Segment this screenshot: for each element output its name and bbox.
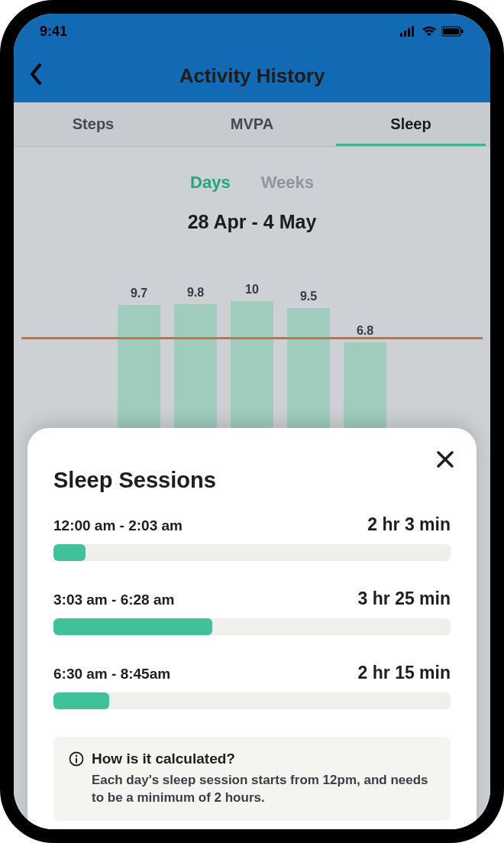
session-progress-fill <box>53 618 212 635</box>
sleep-bar-chart: 9.79.8109.56.8 <box>29 253 475 429</box>
bar-value-label: 6.8 <box>357 324 373 338</box>
bar-fill <box>118 305 160 429</box>
svg-rect-2 <box>408 28 410 37</box>
session-time: 3:03 am - 6:28 am <box>53 592 174 608</box>
session-header: 6:30 am - 8:45am2 hr 15 min <box>53 663 451 683</box>
svg-rect-5 <box>443 28 459 34</box>
svg-rect-3 <box>412 26 414 37</box>
session-duration: 2 hr 3 min <box>367 514 451 535</box>
session-header: 3:03 am - 6:28 am3 hr 25 min <box>53 588 451 609</box>
close-icon <box>435 449 455 469</box>
page-title: Activity History <box>179 64 325 88</box>
session-progress <box>53 692 451 709</box>
session-time: 12:00 am - 2:03 am <box>53 517 183 534</box>
info-box: How is it calculated? Each day's sleep s… <box>53 737 451 821</box>
info-icon <box>69 751 84 767</box>
bar-value-label: 9.7 <box>131 287 147 300</box>
session-duration: 2 hr 15 min <box>358 663 451 683</box>
battery-icon <box>441 26 464 37</box>
svg-rect-1 <box>404 31 406 37</box>
sleep-session: 12:00 am - 2:03 am2 hr 3 min <box>53 514 451 561</box>
session-progress-fill <box>53 692 109 709</box>
sleep-sessions-sheet: Sleep Sessions 12:00 am - 2:03 am2 hr 3 … <box>27 428 477 829</box>
period-weeks[interactable]: Weeks <box>261 173 314 193</box>
tab-sleep[interactable]: Sleep <box>331 102 490 146</box>
chart-bar[interactable]: 9.7 <box>118 287 160 429</box>
session-time: 6:30 am - 8:45am <box>53 666 170 683</box>
session-header: 12:00 am - 2:03 am2 hr 3 min <box>53 514 451 535</box>
session-progress <box>53 544 451 561</box>
wifi-icon <box>422 26 437 37</box>
metric-tabs: Steps MVPA Sleep <box>14 102 490 147</box>
close-button[interactable] <box>435 449 455 472</box>
status-time: 9:41 <box>40 24 67 40</box>
sleep-session: 6:30 am - 8:45am2 hr 15 min <box>53 663 451 709</box>
session-duration: 3 hr 25 min <box>358 588 451 609</box>
bar-value-label: 10 <box>245 283 259 297</box>
info-body: Each day's sleep session starts from 12p… <box>92 772 435 807</box>
bar-fill <box>344 342 386 429</box>
bar-fill <box>174 304 217 429</box>
chart-bar[interactable]: 9.5 <box>287 290 330 429</box>
status-indicators <box>400 26 464 37</box>
back-button[interactable] <box>29 63 43 88</box>
tab-mvpa[interactable]: MVPA <box>173 102 331 146</box>
screen: 9:41 Activity History Steps MVPA Sleep D… <box>14 14 490 829</box>
tab-steps[interactable]: Steps <box>14 102 173 146</box>
svg-rect-6 <box>461 30 464 34</box>
chart-bar[interactable]: 9.8 <box>174 286 217 429</box>
session-progress-fill <box>53 544 86 561</box>
period-days[interactable]: Days <box>190 173 231 193</box>
signal-icon <box>400 26 417 37</box>
sheet-title: Sleep Sessions <box>53 468 451 493</box>
chart-bar[interactable]: 10 <box>231 283 273 429</box>
sleep-session: 3:03 am - 6:28 am3 hr 25 min <box>53 588 451 635</box>
bar-fill <box>231 301 273 429</box>
app-header: Activity History <box>14 49 490 102</box>
svg-point-8 <box>76 755 78 757</box>
period-toggle: Days Weeks <box>14 147 490 193</box>
svg-rect-9 <box>76 758 77 764</box>
bar-fill <box>287 308 330 429</box>
status-bar: 9:41 <box>14 14 490 49</box>
bar-value-label: 9.8 <box>187 286 204 300</box>
info-heading: How is it calculated? <box>92 751 235 767</box>
session-progress <box>53 618 451 635</box>
target-line <box>21 337 483 339</box>
svg-rect-0 <box>400 33 402 37</box>
chevron-left-icon <box>29 63 43 85</box>
date-range: 28 Apr - 4 May <box>14 211 490 233</box>
bar-value-label: 9.5 <box>300 290 317 303</box>
device-frame: 9:41 Activity History Steps MVPA Sleep D… <box>0 0 504 843</box>
